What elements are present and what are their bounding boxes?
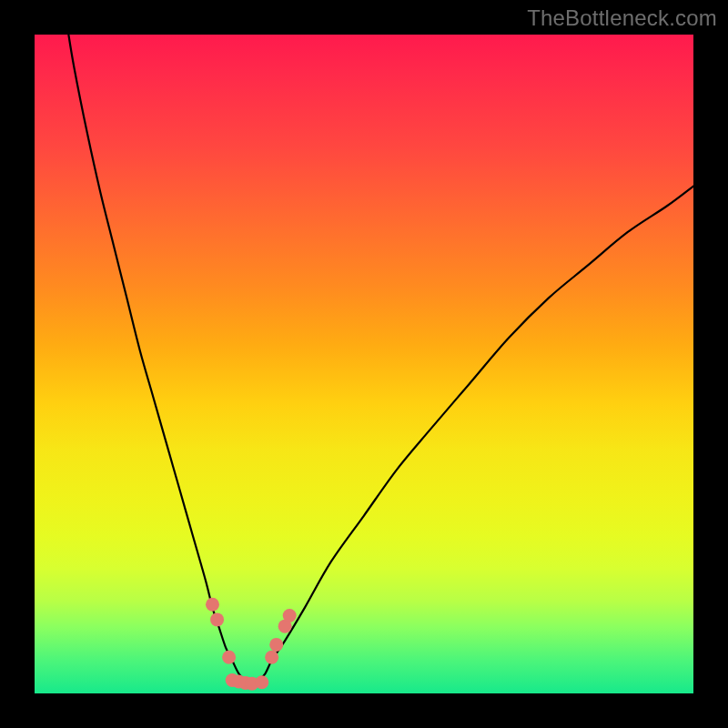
data-marker xyxy=(210,612,224,626)
data-marker xyxy=(206,598,219,612)
curves-svg xyxy=(35,35,693,693)
data-marker xyxy=(283,609,297,622)
series-left-curve xyxy=(67,28,252,687)
marker-group xyxy=(206,598,297,691)
data-marker xyxy=(269,638,283,652)
series-right-curve xyxy=(252,187,693,687)
data-marker xyxy=(222,651,236,664)
chart-frame: TheBottleneck.com xyxy=(0,0,728,728)
watermark-text: TheBottleneck.com xyxy=(527,5,717,31)
data-marker xyxy=(265,651,278,664)
data-marker xyxy=(255,675,268,689)
plot-area xyxy=(35,35,693,693)
curve-group xyxy=(67,28,693,687)
